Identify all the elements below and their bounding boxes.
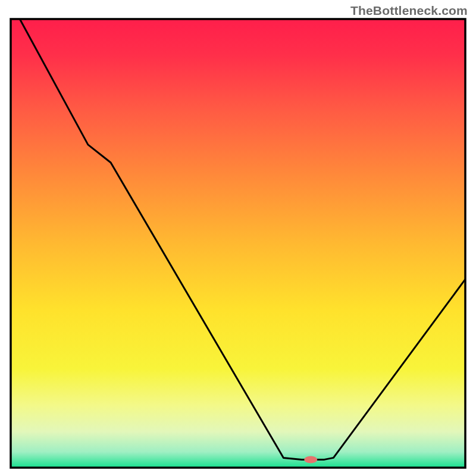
bottleneck-chart: TheBottleneck.com <box>0 0 476 476</box>
watermark-label: TheBottleneck.com <box>350 4 468 18</box>
gradient-background <box>11 19 465 468</box>
chart-canvas <box>0 0 476 476</box>
optimal-point-marker <box>304 456 317 463</box>
